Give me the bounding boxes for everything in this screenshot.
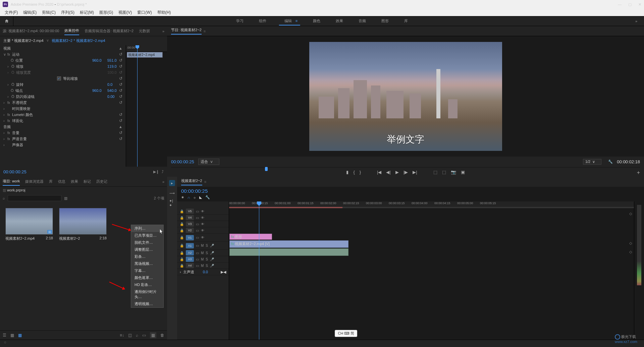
timeline-tracks[interactable]: 00:00:00:00 00:00:00:15 00:00:01:00 00:0… xyxy=(229,201,634,340)
go-to-in-icon[interactable]: |◀ xyxy=(377,170,381,175)
ec-position-x[interactable]: 960.0 xyxy=(92,58,107,62)
track-v2[interactable]: V2 xyxy=(186,228,194,233)
reset-icon[interactable]: ↺ xyxy=(119,70,122,75)
reset-icon[interactable]: ↺ xyxy=(119,136,122,141)
reset-icon[interactable]: ↺ xyxy=(119,58,122,63)
ws-color[interactable]: 颜色 xyxy=(310,17,323,25)
menu-bars[interactable]: 彩条… xyxy=(131,253,163,260)
play-icon[interactable]: ▶ xyxy=(395,170,399,175)
ec-timecode[interactable]: 00:00:00:25 xyxy=(3,169,26,174)
freeform-view-icon[interactable]: ▦ xyxy=(18,333,22,338)
timeline-timecode[interactable]: 00:00:00:25 xyxy=(181,188,208,194)
lock-icon[interactable]: 🔒 xyxy=(180,210,184,213)
clip-video[interactable]: fx 视频素材2~2.mp4 [V] xyxy=(229,240,348,248)
reset-icon[interactable]: ↺ xyxy=(119,94,122,99)
project-search-input[interactable] xyxy=(8,195,61,201)
ws-library[interactable]: 库 xyxy=(401,17,411,25)
ripple-edit-tool[interactable]: ✦|✦ xyxy=(169,200,175,206)
tab-effects[interactable]: 效果 xyxy=(71,178,78,185)
menu-clip[interactable]: 剪辑(C) xyxy=(40,9,58,16)
voiceover-icon[interactable]: 🎤 xyxy=(210,244,214,247)
timeline-ruler[interactable]: 00:00:00:00 00:00:00:15 00:00:01:00 00:0… xyxy=(229,201,634,208)
bin-item[interactable]: ▯▯ 视频素材2~2.mp42:18 xyxy=(5,208,53,241)
timeline-tab[interactable]: 视频素材2~2 xyxy=(181,178,202,185)
ec-timeremap[interactable]: 时间重映射 xyxy=(12,106,122,111)
reset-icon[interactable]: ↺ xyxy=(119,76,122,81)
mute-button[interactable]: M xyxy=(201,244,204,247)
find-icon[interactable]: ⌕ xyxy=(136,333,138,338)
ws-overflow[interactable]: » xyxy=(635,19,637,23)
program-timecode[interactable]: 00:00:00:25 xyxy=(171,159,194,164)
maximize-button[interactable]: ▢ xyxy=(628,2,632,7)
ec-playhead[interactable] xyxy=(137,45,138,167)
track-v5[interactable]: V5 xyxy=(186,209,194,214)
menu-color-matte[interactable]: 颜色遮罩… xyxy=(131,274,163,281)
new-bin-icon[interactable]: ▭ xyxy=(142,333,146,338)
tab-media-browser[interactable]: 媒体浏览器 xyxy=(25,178,44,185)
timeline-playhead[interactable] xyxy=(259,201,259,340)
menu-captions[interactable]: 字幕… xyxy=(131,267,163,274)
ec-play-icon[interactable]: ▶❙ xyxy=(153,170,159,174)
snap-icon[interactable]: ∗ xyxy=(181,195,184,199)
tab-project[interactable]: 项目: work xyxy=(3,177,20,186)
panel-overflow[interactable]: » xyxy=(162,28,164,35)
reset-icon[interactable]: ↺ xyxy=(119,100,122,105)
ec-uniform-checkbox[interactable] xyxy=(57,76,61,80)
reset-icon[interactable]: ↺ xyxy=(119,130,122,135)
mark-in-icon[interactable]: { xyxy=(353,170,355,175)
selection-tool[interactable]: ▸ xyxy=(169,180,175,186)
panel-overflow[interactable]: » xyxy=(162,178,164,185)
ec-panner[interactable]: 声像器 xyxy=(12,142,122,148)
ec-lumetri[interactable]: Lumetri 颜色 xyxy=(12,112,122,117)
track-a2[interactable]: A2 xyxy=(186,250,194,255)
ec-mini-timeline[interactable]: :00:00 视频素材2~2.mp4 xyxy=(126,45,167,167)
clip-audio[interactable] xyxy=(229,248,348,256)
tab-audio-mixer[interactable]: 音频剪辑混合器: 视频素材2~2 xyxy=(85,27,133,35)
ws-edit[interactable]: 编辑 ≡ xyxy=(279,17,300,25)
icon-view-icon[interactable]: ▦ xyxy=(10,333,14,338)
track-a3[interactable]: A3 xyxy=(186,256,194,262)
track-v1[interactable]: V1 xyxy=(186,235,194,240)
step-back-icon[interactable]: ◀| xyxy=(386,170,390,175)
delete-icon[interactable]: 🗑 xyxy=(160,333,164,338)
add-marker-icon[interactable]: ▮ xyxy=(346,170,348,175)
program-tab[interactable]: 节目: 视频素材2~2 xyxy=(171,27,202,35)
ws-graphics[interactable]: 图形 xyxy=(379,17,391,25)
bin-item[interactable]: 视频素材2~22:18 xyxy=(59,208,107,241)
menu-transparent-video[interactable]: 透明视频… xyxy=(131,300,163,307)
clip-graphic[interactable]: fx 图形 xyxy=(229,234,272,240)
tab-source[interactable]: 源: 视频素材2~2.mp4: 00:00:00:00 xyxy=(3,27,59,35)
mark-out-icon[interactable]: } xyxy=(360,170,361,175)
reset-icon[interactable]: ↺ xyxy=(119,88,122,93)
settings-icon[interactable]: 🔧 xyxy=(205,195,210,199)
extract-icon[interactable]: ⬚ xyxy=(442,170,446,175)
ec-volume[interactable]: 音量 xyxy=(12,130,122,135)
menu-graphics[interactable]: 图形(G) xyxy=(97,9,115,16)
tab-markers[interactable]: 标记 xyxy=(84,178,91,185)
ws-effects[interactable]: 效果 xyxy=(333,17,346,25)
menu-hd-bars[interactable]: HD 彩条… xyxy=(131,281,163,288)
menu-shared-project[interactable]: 已共享项目… xyxy=(131,232,163,239)
list-view-icon[interactable]: ☰ xyxy=(3,333,6,338)
marker-icon[interactable]: ◣ xyxy=(199,195,202,199)
reset-icon[interactable]: ↺ xyxy=(119,118,122,123)
reset-icon[interactable]: ↺ xyxy=(119,82,122,87)
menu-file[interactable]: 文件(F) xyxy=(3,9,20,16)
go-to-out-icon[interactable]: ▶| xyxy=(413,170,417,175)
ime-indicator[interactable]: CH ⌨ 简 xyxy=(335,330,357,337)
ec-channel-volume[interactable]: 声道音量 xyxy=(12,136,122,141)
ec-motion[interactable]: 运动 xyxy=(12,52,122,57)
ec-clip-bar[interactable]: 视频素材2~2.mp4 xyxy=(127,52,163,58)
track-select-tool[interactable]: ⟶ xyxy=(169,190,175,196)
track-v4[interactable]: V4 xyxy=(186,215,194,220)
tab-info[interactable]: 信息 xyxy=(58,178,65,185)
menu-black-video[interactable]: 黑场视频… xyxy=(131,260,163,267)
menu-help[interactable]: 帮助(H) xyxy=(155,9,173,16)
zoom-dropdown[interactable]: 1/2 ∨ xyxy=(583,159,601,165)
menu-view[interactable]: 视图(V) xyxy=(116,9,134,16)
sort-icon[interactable]: ≡↓ xyxy=(120,333,124,338)
step-forward-icon[interactable]: |▶ xyxy=(404,170,408,175)
ec-anchor-x[interactable]: 960.0 xyxy=(92,89,107,93)
tab-history[interactable]: 历史记 xyxy=(96,178,107,185)
tab-metadata[interactable]: 元数据 xyxy=(139,27,150,35)
